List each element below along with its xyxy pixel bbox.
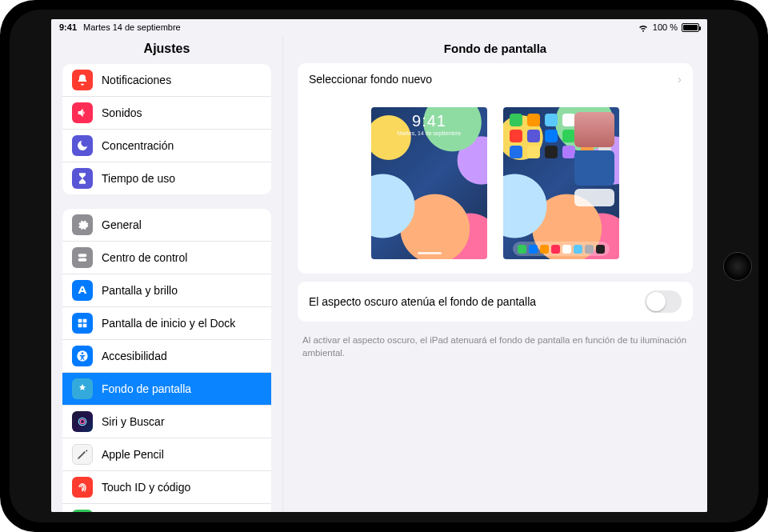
chevron-right-icon: › (678, 72, 682, 86)
sidebar-item-siri[interactable]: Siri y Buscar (62, 405, 271, 438)
sidebar-item-label: Touch ID y código (102, 481, 190, 494)
detail-title: Fondo de pantalla (283, 35, 707, 63)
gear-icon (72, 214, 93, 235)
svg-point-1 (82, 352, 84, 354)
row-label: El aspecto oscuro atenúa el fondo de pan… (309, 295, 536, 308)
sidebar-item-label: Siri y Buscar (102, 415, 165, 428)
screen: 9:41 Martes 14 de septiembre 100 % Ajust… (51, 19, 707, 512)
switch-dark-dim[interactable] (645, 290, 682, 313)
accessibility-icon (72, 346, 93, 366)
sidebar-group-0: Notificaciones Sonidos Con (62, 64, 271, 194)
sidebar-item-centro[interactable]: Centro de control (62, 241, 271, 274)
row-dark-dim-toggle[interactable]: El aspecto oscuro atenúa el fondo de pan… (298, 282, 693, 322)
sidebar-scroll[interactable]: Notificaciones Sonidos Con (51, 64, 282, 512)
sidebar-item-bateria[interactable]: Batería (62, 503, 271, 512)
fingerprint-icon (72, 477, 93, 498)
home-indicator (418, 252, 442, 254)
sidebar-item-label: Tiempo de uso (102, 172, 175, 185)
sidebar-item-label: General (102, 218, 142, 231)
home-widgets (574, 112, 614, 206)
sidebar-item-general[interactable]: General (62, 209, 271, 241)
sidebar-item-label: Concentración (102, 139, 174, 152)
home-grid-icon (72, 313, 93, 334)
row-select-new-wallpaper[interactable]: Seleccionar fondo nuevo › (298, 63, 693, 94)
sidebar-item-pencil[interactable]: Apple Pencil (62, 438, 271, 470)
home-dock (513, 242, 610, 256)
sidebar-item-label: Sonidos (102, 106, 142, 119)
sidebar-item-touchid[interactable]: Touch ID y código (62, 470, 271, 503)
detail-pane: Fondo de pantalla Seleccionar fondo nuev… (283, 35, 707, 512)
wallpaper-previews: 9:41 Martes, 14 de septiembre (298, 94, 693, 274)
pencil-icon (72, 444, 93, 465)
sidebar-title: Ajustes (51, 35, 282, 64)
siri-icon (72, 411, 93, 432)
sidebar-item-accesibilidad[interactable]: Accesibilidad (62, 339, 271, 372)
sidebar-item-sonidos[interactable]: Sonidos (62, 96, 271, 129)
row-label: Seleccionar fondo nuevo (309, 73, 432, 86)
hourglass-icon (72, 168, 93, 189)
sidebar-item-label: Accesibilidad (102, 350, 167, 362)
sidebar-item-label: Centro de control (102, 251, 187, 264)
wifi-icon (638, 22, 649, 33)
preview-lock-screen[interactable]: 9:41 Martes, 14 de septiembre (371, 107, 487, 259)
card-wallpaper: Seleccionar fondo nuevo › 9:41 Martes, 1… (298, 63, 693, 274)
status-date: Martes 14 de septiembre (83, 22, 181, 32)
home-button[interactable] (723, 252, 752, 281)
moon-icon (72, 135, 93, 156)
battery-percent: 100 % (653, 22, 678, 32)
sound-icon (72, 102, 93, 123)
dark-dim-footer: Al activar el aspecto oscuro, el iPad at… (298, 330, 693, 359)
wallpaper-icon (72, 378, 93, 399)
sidebar-item-fondo[interactable]: Fondo de pantalla (62, 372, 271, 405)
detail-body[interactable]: Seleccionar fondo nuevo › 9:41 Martes, 1… (283, 63, 707, 512)
sidebar-item-tiempo[interactable]: Tiempo de uso (62, 162, 271, 194)
bell-icon (72, 70, 93, 90)
ipad-frame: 9:41 Martes 14 de septiembre 100 % Ajust… (0, 0, 768, 532)
preview-home-screen[interactable] (503, 107, 619, 259)
sidebar-group-1: General Centro de control (62, 209, 271, 512)
battery-icon (682, 23, 699, 32)
status-bar: 9:41 Martes 14 de septiembre 100 % (51, 19, 707, 35)
card-dark-dim: El aspecto oscuro atenúa el fondo de pan… (298, 282, 693, 322)
sidebar-item-inicio-dock[interactable]: Pantalla de inicio y el Dock (62, 306, 271, 339)
sidebar-item-label: Pantalla y brillo (102, 284, 178, 297)
text-size-icon (72, 280, 93, 301)
lock-date: Martes, 14 de septiembre (371, 130, 487, 136)
battery-icon (72, 510, 93, 512)
sidebar-item-label: Fondo de pantalla (102, 382, 191, 395)
sidebar-item-label: Notificaciones (102, 74, 171, 86)
settings-sidebar: Ajustes Notificaciones (51, 35, 283, 512)
lock-time: 9:41 (371, 112, 487, 130)
sidebar-item-notificaciones[interactable]: Notificaciones (62, 64, 271, 96)
sidebar-item-pantalla-brillo[interactable]: Pantalla y brillo (62, 274, 271, 306)
sidebar-item-label: Pantalla de inicio y el Dock (102, 317, 235, 330)
sidebar-item-concentracion[interactable]: Concentración (62, 129, 271, 162)
sidebar-item-label: Apple Pencil (102, 448, 164, 461)
status-time: 9:41 (59, 22, 77, 32)
switches-icon (72, 247, 93, 268)
svg-point-3 (80, 419, 84, 423)
